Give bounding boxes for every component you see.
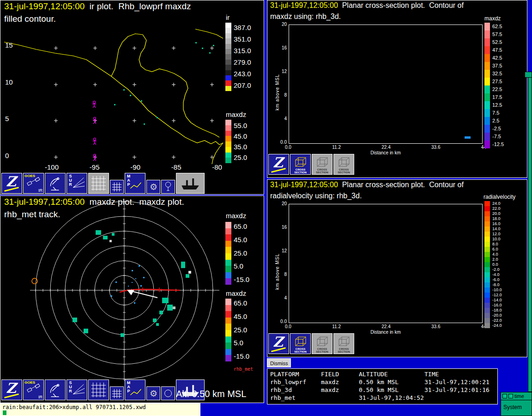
col-header-platform: PLATFORM — [270, 370, 321, 378]
colorbar-cell — [225, 28, 231, 33]
colorbar-cell — [225, 131, 231, 136]
balloon-icon — [162, 180, 175, 193]
axis-tick: -100 — [45, 163, 59, 171]
xs1-toolbar: Z CROSSSECTION CROSSSECTION — [268, 154, 354, 175]
colorbar-tick: -15.0 — [234, 275, 249, 283]
colorbar-tick: 2.5 — [492, 117, 499, 125]
panel-title: 31-jul-1997,12:05:00 Planar cross-sectio… — [270, 1, 464, 10]
ir-satellite-panel: 31-jul-1997,12:05:00 ir plot. Rhb_lowprf… — [0, 0, 264, 195]
system-menu-item[interactable]: System — [501, 400, 532, 410]
colorbar-row: 14.0 — [484, 226, 502, 232]
axis-tick: 22.4 — [381, 145, 390, 150]
colorbar-tick: 20.0 — [492, 211, 501, 216]
soundings-button[interactable] — [110, 180, 124, 194]
axis-tick: -80 — [212, 163, 222, 171]
colorbar-row: 4.0 — [484, 252, 502, 257]
timestamp: 31-jul-1997,12:05:00 — [270, 181, 338, 189]
buoy-marker — [32, 278, 37, 284]
map-button[interactable]: MAP — [125, 173, 145, 194]
balloon-button[interactable] — [161, 180, 175, 194]
colorbar-cell — [484, 298, 490, 303]
zebra-logo-button[interactable]: Z — [1, 173, 22, 194]
colorbar-cell — [484, 206, 490, 211]
colorbar-tick: -2.5 — [492, 125, 501, 133]
axis-tick: -90 — [130, 163, 140, 171]
desktop-root: 31-jul-1997,12:05:00 ir plot. Rhb_lowprf… — [0, 0, 532, 416]
timestamp: 31-jul-1997,12:05:00 — [270, 1, 338, 9]
colorbar-tick: 24.0 — [492, 201, 501, 206]
axis-tick: 8 — [278, 272, 287, 277]
colorbar-cell — [225, 75, 231, 80]
axis-tick: 0.0 — [285, 145, 291, 150]
colorbar-cell — [225, 44, 231, 49]
maxdz-colorbar: 62.5 57.5 52.5 47.5 — [484, 23, 504, 148]
cube-icon — [338, 156, 351, 168]
window-menu-icon[interactable] — [508, 394, 513, 398]
grid-button[interactable] — [88, 379, 109, 400]
ship-button[interactable] — [176, 173, 205, 194]
cell-time: 31-Jul-97,12:01:16 — [424, 386, 497, 394]
surveillance-button[interactable]: SUR — [66, 173, 87, 194]
soundings-button[interactable] — [110, 386, 124, 400]
cross-section-label: CROSSSECTION — [312, 168, 332, 174]
window-iconify-icon[interactable] — [502, 394, 507, 398]
colorbar-row: 12.5 — [484, 101, 504, 109]
cell-altitude: 0.50 km MSL — [359, 386, 424, 394]
cube-icon — [338, 336, 351, 348]
zebra-logo-button[interactable]: Z — [1, 379, 22, 400]
track-platform-label: rhb_met — [234, 367, 253, 372]
colorbar-cell — [484, 308, 490, 313]
radar-dish-icon — [45, 173, 65, 193]
radar-button[interactable] — [45, 379, 66, 400]
radar-button[interactable] — [45, 173, 66, 194]
colorbar-tick: 22.5 — [492, 86, 502, 93]
time-window-titlebar: time — [501, 392, 532, 400]
cross-section-button-3[interactable]: CROSSSECTION — [333, 333, 354, 354]
cross-section-button-2[interactable]: CROSSSECTION — [312, 333, 332, 354]
surveillance-button[interactable]: SUR — [66, 379, 87, 400]
colorbar-tick: 279.0 — [234, 58, 251, 66]
zebra-logo-button[interactable]: Z — [268, 154, 289, 175]
colorbar-cell — [484, 141, 490, 148]
colorbar-row: 22.5 — [484, 86, 504, 93]
colorbar-cell — [484, 31, 490, 38]
cross-section-button-1[interactable]: CROSSSECTION — [290, 333, 311, 354]
zebra-logo-button[interactable]: Z — [268, 333, 289, 354]
colorbar-cell — [484, 303, 490, 308]
colorbar-cell — [225, 141, 231, 147]
map-button[interactable]: MAP — [125, 379, 145, 400]
radialvelocity-colorbar: 24.0 22.0 20.0 18.0 — [484, 201, 502, 328]
grid-button[interactable] — [88, 173, 109, 194]
colorbar-tick: 8.0 — [492, 242, 498, 247]
lon-axis-ticks: -100-95-90-85-80 — [45, 163, 222, 171]
axis-tick: 22.4 — [381, 324, 390, 329]
terminal-window[interactable]: rain:beaufait:206>xdump.all 970731.1205.… — [0, 403, 200, 416]
cross-section-button-1[interactable]: CROSSSECTION — [290, 154, 311, 175]
goes-ir-button[interactable]: GOES IR — [23, 173, 44, 194]
axis-tick: 4 — [278, 295, 287, 300]
circle-button[interactable] — [161, 386, 175, 400]
colorbar-tick: 315.0 — [234, 47, 251, 55]
colorbar-cell — [225, 241, 231, 247]
colorbar-row: 10.0 — [484, 237, 502, 242]
cross-section-button-3[interactable]: CROSSSECTION — [333, 154, 354, 175]
colorbar-cell — [484, 252, 490, 257]
colorbar-cell — [484, 323, 490, 328]
cell-platform: rhb_3d — [270, 386, 321, 394]
goes-ir-button[interactable]: GOES IR — [23, 379, 44, 400]
gear-button[interactable]: ⚙ — [146, 180, 160, 194]
cell-field: maxdz — [321, 386, 359, 394]
colorbar-cell — [484, 46, 490, 54]
ir-colorbar-label: ir — [226, 13, 230, 21]
axis-tick: 10 — [5, 78, 16, 86]
colorbar-row: 7.5 — [484, 109, 504, 117]
gear-button[interactable]: ⚙ — [146, 386, 160, 400]
dismiss-button[interactable]: Dismiss — [267, 358, 291, 367]
maxdz-colorbar2-ticks: 65.045.025.05.0-15.0 — [234, 299, 249, 360]
maxdz-colorbar — [225, 120, 231, 163]
colorbar-tick: 32.5 — [492, 70, 502, 78]
colorbar-row: 47.5 — [484, 46, 504, 54]
colorbar-cell — [484, 272, 490, 277]
cross-section-button-2[interactable]: CROSSSECTION — [312, 154, 332, 175]
colorbar-row: 20.0 — [484, 211, 502, 216]
